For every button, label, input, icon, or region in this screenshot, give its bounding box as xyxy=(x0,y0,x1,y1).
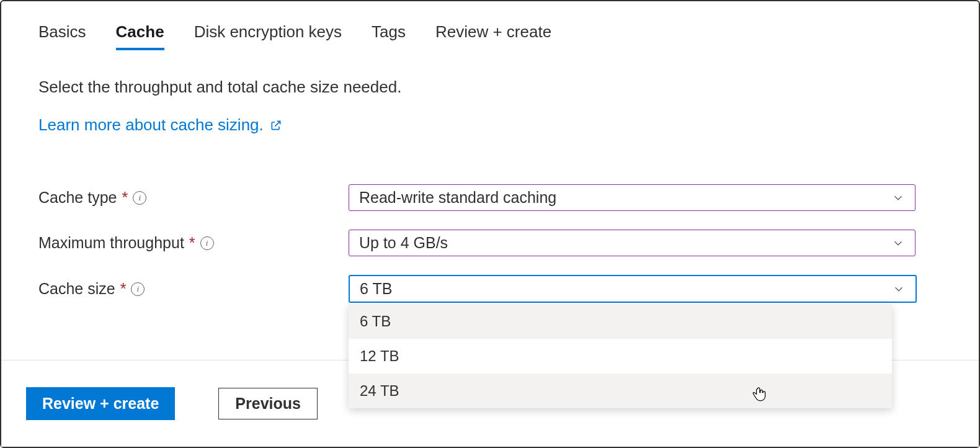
option-cache-size-24tb-text: 24 TB xyxy=(360,382,399,399)
cursor-hand-icon xyxy=(751,385,768,402)
label-max-throughput: Maximum throughput * i xyxy=(38,234,349,252)
info-icon[interactable]: i xyxy=(200,236,214,250)
select-cache-size[interactable]: 6 TB xyxy=(349,275,917,303)
tab-tags[interactable]: Tags xyxy=(372,20,406,50)
required-star: * xyxy=(189,234,195,252)
label-cache-size-text: Cache size xyxy=(38,280,115,298)
tab-disk-encryption-keys[interactable]: Disk encryption keys xyxy=(194,20,342,50)
cache-size-dropdown: 6 TB 12 TB 24 TB xyxy=(349,304,892,408)
page-viewport: Basics Cache Disk encryption keys Tags R… xyxy=(0,0,980,448)
label-max-throughput-text: Maximum throughput xyxy=(38,234,184,252)
section-description: Select the throughput and total cache si… xyxy=(38,78,942,97)
label-cache-type: Cache type * i xyxy=(38,189,349,207)
previous-button[interactable]: Previous xyxy=(218,388,318,419)
select-max-throughput-value: Up to 4 GB/s xyxy=(359,234,448,252)
option-cache-size-6tb[interactable]: 6 TB xyxy=(349,304,892,339)
row-cache-size: Cache size * i 6 TB 6 TB 12 TB 24 TB xyxy=(38,275,942,303)
option-cache-size-24tb[interactable]: 24 TB xyxy=(349,374,892,408)
learn-more-text: Learn more about cache sizing. xyxy=(38,115,264,135)
chevron-down-icon xyxy=(892,282,906,296)
tab-bar: Basics Cache Disk encryption keys Tags R… xyxy=(38,20,942,50)
chevron-down-icon xyxy=(891,236,905,250)
required-star: * xyxy=(122,189,128,207)
select-max-throughput[interactable]: Up to 4 GB/s xyxy=(349,230,915,256)
required-star: * xyxy=(120,280,127,298)
tab-basics[interactable]: Basics xyxy=(38,20,86,50)
label-cache-type-text: Cache type xyxy=(38,189,117,207)
external-link-icon xyxy=(270,119,282,132)
tab-cache[interactable]: Cache xyxy=(116,20,164,50)
review-create-button[interactable]: Review + create xyxy=(26,387,175,420)
row-max-throughput: Maximum throughput * i Up to 4 GB/s xyxy=(38,230,942,256)
cache-settings-form: Cache type * i Read-write standard cachi… xyxy=(38,184,942,303)
chevron-down-icon xyxy=(891,191,905,205)
label-cache-size: Cache size * i xyxy=(38,280,349,298)
select-cache-size-value: 6 TB xyxy=(360,280,392,298)
tab-review-create[interactable]: Review + create xyxy=(435,20,551,50)
info-icon[interactable]: i xyxy=(131,282,145,296)
select-cache-type[interactable]: Read-write standard caching xyxy=(349,184,915,211)
select-cache-type-value: Read-write standard caching xyxy=(359,189,556,207)
info-icon[interactable]: i xyxy=(133,191,146,205)
option-cache-size-12tb[interactable]: 12 TB xyxy=(349,339,892,374)
learn-more-link[interactable]: Learn more about cache sizing. xyxy=(38,115,282,135)
row-cache-type: Cache type * i Read-write standard cachi… xyxy=(38,184,942,211)
